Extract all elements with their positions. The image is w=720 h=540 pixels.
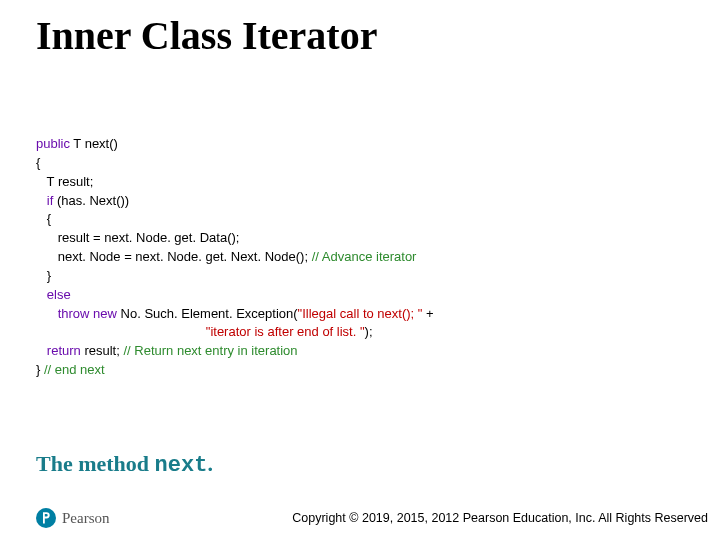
code-text: (has. Next()) [53, 193, 129, 208]
kw-public: public [36, 136, 70, 151]
code-text: { [36, 155, 40, 170]
slide: Inner Class Iterator public T next() { T… [0, 0, 720, 540]
code-comment: // end next [44, 362, 105, 377]
pearson-logo-icon [36, 508, 56, 528]
caption-code: next [155, 453, 208, 478]
footer: Pearson Copyright © 2019, 2015, 2012 Pea… [36, 508, 708, 528]
caption: The method next. [36, 451, 213, 478]
code-comment: // Return next entry in iteration [123, 343, 297, 358]
code-text: } [36, 362, 44, 377]
copyright-text: Copyright © 2019, 2015, 2012 Pearson Edu… [292, 511, 708, 525]
kw-return: return [47, 343, 81, 358]
brand-name: Pearson [62, 510, 110, 527]
brand: Pearson [36, 508, 110, 528]
kw-new: new [93, 306, 117, 321]
caption-suffix: . [207, 451, 213, 476]
code-text: next. Node = next. Node. get. Next. Node… [36, 249, 312, 264]
code-text: T result; [36, 174, 93, 189]
kw-else: else [47, 287, 71, 302]
code-block: public T next() { T result; if (has. Nex… [36, 135, 684, 380]
code-text: No. Such. Element. Exception( [117, 306, 298, 321]
caption-prefix: The method [36, 451, 155, 476]
code-text: T next() [70, 136, 118, 151]
code-text: + [422, 306, 433, 321]
code-text: result = next. Node. get. Data(); [36, 230, 239, 245]
code-text: ); [365, 324, 373, 339]
code-text: { [36, 211, 51, 226]
slide-title: Inner Class Iterator [36, 12, 684, 59]
code-string: "Illegal call to next(); " [298, 306, 423, 321]
kw-throw: throw [58, 306, 90, 321]
code-string: "iterator is after end of list. " [206, 324, 365, 339]
code-text: } [36, 268, 51, 283]
code-text [36, 324, 206, 339]
code-text: result; [81, 343, 124, 358]
code-comment: // Advance iterator [312, 249, 417, 264]
